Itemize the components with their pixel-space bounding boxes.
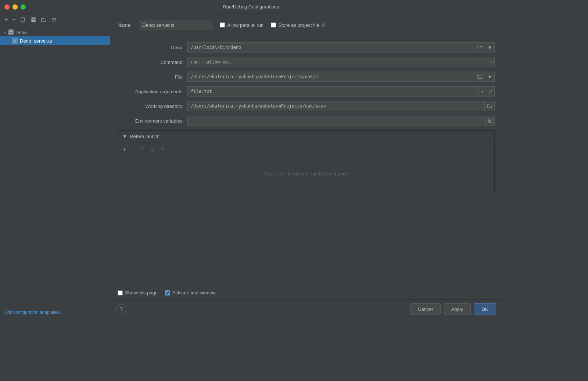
app-args-buttons: + ⤢ [478,86,495,97]
config-tree: ▼ Deno D [0,26,110,306]
remove-config-button[interactable]: − [11,16,17,23]
allow-parallel-checkbox[interactable] [220,22,225,28]
chevron-down-icon: ▼ [3,30,7,35]
app-args-label: Application arguments: [118,89,184,94]
working-dir-folder-icon [487,104,492,109]
deno-server-ts-item[interactable]: D Deno: server.ts [0,36,110,45]
svg-rect-8 [9,31,13,34]
before-launch-chevron-icon: ▼ [122,134,127,139]
copy-icon [20,17,26,23]
svg-rect-4 [32,20,35,22]
activate-tool-window-group: Activate tool window [165,290,216,295]
gear-icon[interactable]: ⚙ [322,22,326,28]
store-as-project-label: Store as project file [278,22,319,28]
store-as-project-group: Store as project file ⚙ [271,22,326,28]
svg-text:D: D [14,40,15,43]
env-vars-field-group [187,116,495,126]
file-folder-icon [477,74,483,79]
open-folder-button[interactable] [39,16,48,23]
working-dir-label: Working directory: [118,104,184,109]
name-input[interactable] [139,20,212,30]
working-dir-browse-button[interactable] [484,101,495,111]
save-icon [31,17,36,23]
window-controls [4,4,26,10]
file-row: File: ▼ [118,72,495,82]
app-args-row: Application arguments: + ⤢ [118,86,495,97]
before-launch-move-down-button[interactable]: ▼ [158,145,167,153]
app-args-input[interactable] [187,86,495,97]
before-launch-edit-button[interactable]: ✎ [138,145,146,153]
activate-tool-window-label: Activate tool window [172,290,216,295]
working-dir-field-group [187,101,495,111]
show-this-page-checkbox[interactable] [118,290,123,295]
window-title: Run/Debug Configurations [223,4,279,10]
folder-icon [41,17,47,23]
edit-templates-link[interactable]: Edit configuration templates... [0,306,110,319]
show-this-page-group: Show this page [118,290,158,295]
before-launch-header[interactable]: ▼ Before launch [118,131,494,142]
footer-left: ? [116,304,126,314]
file-input[interactable] [187,72,475,82]
config-item-label: Deno: server.ts [20,38,52,44]
title-bar: Run/Debug Configurations [0,0,502,14]
store-as-project-checkbox[interactable] [271,22,276,28]
app-args-field-group: + ⤢ [187,86,495,97]
deno-group-icon [8,29,14,35]
command-expand-button[interactable]: ⤢ [490,60,493,65]
form-separator [118,36,495,36]
deno-row: Deno: ▼ [118,42,495,52]
name-label: Name: [118,22,132,28]
deno-path-input[interactable] [187,42,475,52]
before-launch-remove-button[interactable]: − [129,145,136,153]
app-args-expand-button[interactable]: ⤢ [486,86,495,97]
deno-dropdown-button[interactable]: ▼ [485,42,495,52]
add-config-button[interactable]: + [3,16,9,23]
deno-field-group: ▼ [187,42,495,52]
right-panel: Name: Allow parallel run Store as projec… [110,14,502,319]
file-browse-button[interactable] [475,72,485,82]
svg-rect-9 [10,30,12,31]
before-launch-add-button[interactable]: + [121,145,128,153]
deno-group-header[interactable]: ▼ Deno [0,28,110,36]
env-vars-input[interactable] [187,116,495,126]
env-vars-label: Environment variables: [118,118,184,124]
activate-tool-window-checkbox[interactable] [165,290,170,295]
save-config-button[interactable] [29,16,38,23]
cancel-button[interactable]: Cancel [410,303,440,315]
deno-browse-button[interactable] [475,42,485,52]
footer: ? Cancel Apply OK [110,299,502,319]
left-panel: + − [0,14,110,319]
deno-label: Deno: [118,45,184,50]
svg-rect-3 [32,18,35,19]
no-tasks-message: There are no tasks to run before launch [264,171,348,177]
config-item-icon: D [12,38,18,44]
footer-right: Cancel Apply OK [410,303,496,315]
before-launch-label: Before launch [130,134,159,139]
folder-browse-icon [477,45,483,50]
config-form: Name: Allow parallel run Store as projec… [110,14,502,286]
working-dir-input[interactable] [187,101,484,111]
maximize-button[interactable] [21,4,26,10]
env-edit-icon [488,119,492,123]
ok-button[interactable]: OK [474,303,496,315]
bottom-checkboxes: Show this page Activate tool window [110,286,502,299]
file-label: File: [118,74,184,80]
minimize-button[interactable] [12,4,18,10]
apply-button[interactable]: Apply [444,303,471,315]
command-label: Command: [118,59,184,65]
command-field-group: ⤢ [187,57,495,67]
env-vars-edit-button[interactable] [485,116,495,126]
sort-button[interactable] [50,16,58,23]
copy-config-button[interactable] [19,16,28,23]
help-button[interactable]: ? [116,304,126,314]
command-input[interactable] [187,57,495,67]
main-content: + − [0,14,502,319]
before-launch-move-up-button[interactable]: ▲ [148,145,157,153]
deno-group-label: Deno [15,30,27,35]
file-dropdown-button[interactable]: ▼ [485,72,495,82]
close-button[interactable] [4,4,10,10]
file-field-group: ▼ [187,72,495,82]
working-dir-row: Working directory: [118,101,495,111]
app-args-add-button[interactable]: + [478,86,486,97]
show-this-page-label: Show this page [125,290,158,295]
